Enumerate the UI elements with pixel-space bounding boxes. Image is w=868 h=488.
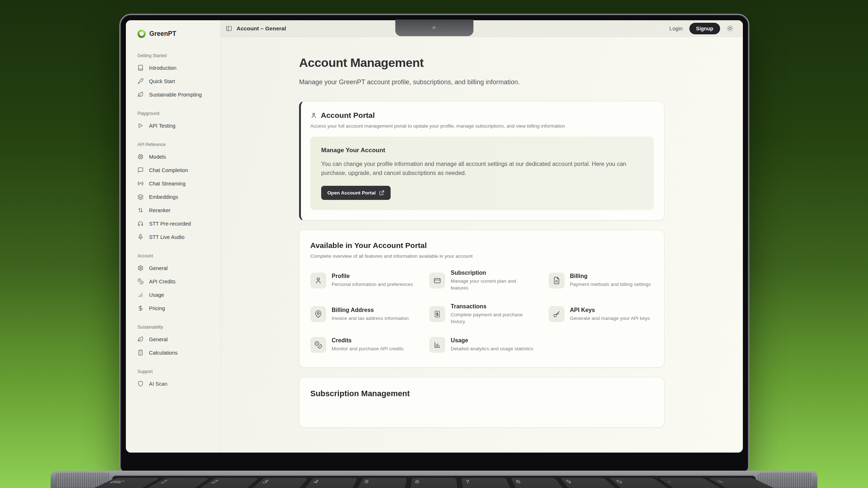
coins-icon xyxy=(310,337,326,353)
account-portal-card: Account Portal Access your full account … xyxy=(299,101,664,221)
laptop-screen: GreenPT Getting Started Introduction Qui… xyxy=(119,14,749,474)
nav-section-label: Playground xyxy=(137,111,214,116)
nav-section-label: Getting Started xyxy=(137,53,214,58)
sidebar-item-sustainability-general[interactable]: General xyxy=(137,333,214,346)
feature-item-profile: Profile Personal information and prefere… xyxy=(310,270,415,292)
keyboard-key: 5 xyxy=(353,478,407,488)
sidebar-item-api-testing[interactable]: API Testing xyxy=(137,119,214,132)
credit-card-icon xyxy=(429,273,445,288)
topbar: Account – General Login Signup xyxy=(221,20,743,37)
sidebar-item-introduction[interactable]: Introduction xyxy=(137,61,214,74)
dollar-icon xyxy=(137,305,144,311)
sidebar-item-chat-completion[interactable]: Chat Completion xyxy=(137,163,214,177)
topbar-actions: Login Signup xyxy=(669,23,733,34)
features-card: Available in Your Account Portal Complet… xyxy=(299,230,664,368)
page-content: Account Management Manage your GreenPT a… xyxy=(221,37,743,453)
feature-item-transactions: Transactions Complete payment and purcha… xyxy=(429,303,534,325)
sidebar-toggle-icon[interactable] xyxy=(226,25,232,32)
chip-icon xyxy=(137,154,144,160)
feature-item-billing: Billing Payment methods and billing sett… xyxy=(549,270,653,292)
leaf-icon xyxy=(137,336,144,342)
microphone-icon xyxy=(137,234,144,240)
app-window: GreenPT Getting Started Introduction Qui… xyxy=(126,20,743,453)
greenpt-logo-icon xyxy=(137,30,146,38)
sidebar-item-models[interactable]: Models xyxy=(137,150,214,163)
portal-card-title: Account Portal xyxy=(321,111,375,120)
nav-section-getting-started: Getting Started Introduction Quick Start… xyxy=(137,53,214,101)
panel-body: You can change your profile information … xyxy=(321,160,643,178)
rocket-icon xyxy=(137,78,144,84)
sidebar-item-pricing[interactable]: Pricing xyxy=(137,301,214,315)
calculator-icon xyxy=(137,350,144,356)
sidebar-item-reranker[interactable]: Reranker xyxy=(137,204,214,217)
feature-item-billing-address: Billing Address Invoice and tax address … xyxy=(310,303,415,325)
nav-section-playground: Playground API Testing xyxy=(137,111,214,132)
features-grid: Profile Personal information and prefere… xyxy=(310,270,653,353)
nav-section-label: Sustainability xyxy=(137,325,214,330)
nav-section-api-reference: API Reference Models Chat Completion Cha… xyxy=(137,142,214,244)
main-area: Account – General Login Signup Account M… xyxy=(221,20,743,453)
feature-item-subscription: Subscription Manage your current plan an… xyxy=(429,270,534,292)
sidebar-item-api-credits[interactable]: API Credits xyxy=(137,275,214,288)
coins-icon xyxy=(137,278,144,284)
nav-section-label: Account xyxy=(137,253,214,258)
laptop-keyboard: esc1234567890-=tabqwertyuiop[] xyxy=(116,478,752,488)
subscription-card-title: Subscription Management xyxy=(310,389,653,398)
shield-icon xyxy=(137,381,144,387)
user-icon xyxy=(310,112,317,119)
external-link-icon xyxy=(379,190,384,196)
play-icon xyxy=(137,123,144,129)
gear-icon xyxy=(137,265,144,271)
sidebar-item-chat-streaming[interactable]: Chat Streaming xyxy=(137,177,214,190)
page-title: Account Management xyxy=(299,56,664,70)
receipt-icon xyxy=(429,306,445,322)
feature-item-api-keys: API Keys Generate and manage your API ke… xyxy=(549,303,653,325)
sidebar-item-quick-start[interactable]: Quick Start xyxy=(137,74,214,88)
sidebar-item-stt-pre-recorded[interactable]: STT Pre-recorded xyxy=(137,217,214,230)
sidebar-item-embeddings[interactable]: Embeddings xyxy=(137,190,214,204)
webcam-icon xyxy=(433,26,437,30)
signup-button[interactable]: Signup xyxy=(689,23,720,34)
feature-item-credits: Credits Monitor and purchase API credits xyxy=(310,337,415,353)
brand[interactable]: GreenPT xyxy=(137,30,214,38)
features-card-subtitle: Complete overview of all features and in… xyxy=(310,253,653,259)
sidebar-item-usage[interactable]: Usage xyxy=(137,288,214,301)
sun-theme-toggle-icon[interactable] xyxy=(727,25,733,32)
leaf-icon xyxy=(137,91,144,98)
keyboard-key: 7 xyxy=(461,478,515,488)
sidebar-item-sustainable-prompting[interactable]: Sustainable Prompting xyxy=(137,88,214,101)
broadcast-icon xyxy=(137,180,144,187)
subscription-management-card: Subscription Management xyxy=(299,377,664,428)
sidebar-item-account-general[interactable]: General xyxy=(137,261,214,275)
bar-chart-icon xyxy=(137,292,144,298)
chat-bubble-icon xyxy=(137,167,144,173)
brand-name: GreenPT xyxy=(149,30,176,38)
page-subtitle: Manage your GreenPT account profile, sub… xyxy=(299,78,664,86)
sidebar-item-ai-scan[interactable]: AI Scan xyxy=(137,377,214,390)
layers-icon xyxy=(137,194,144,200)
nav-section-label: API Reference xyxy=(137,142,214,147)
map-pin-icon xyxy=(310,306,326,322)
login-link[interactable]: Login xyxy=(669,25,683,31)
sidebar: GreenPT Getting Started Introduction Qui… xyxy=(126,20,221,453)
bar-chart-icon xyxy=(429,337,445,353)
headphones-icon xyxy=(137,221,144,227)
manage-account-panel: Manage Your Account You can change your … xyxy=(310,137,654,210)
arrows-up-down-icon xyxy=(137,207,144,213)
book-icon xyxy=(137,65,144,71)
features-card-title: Available in Your Account Portal xyxy=(310,241,653,250)
portal-card-description: Access your full account management port… xyxy=(310,123,654,129)
nav-section-label: Support xyxy=(137,369,214,374)
nav-section-support: Support AI Scan xyxy=(137,369,214,390)
file-text-icon xyxy=(549,273,565,288)
feature-item-usage: Usage Detailed analytics and usage stati… xyxy=(429,337,534,353)
key-icon xyxy=(549,306,565,322)
panel-title: Manage Your Account xyxy=(321,147,643,154)
sidebar-item-calculations[interactable]: Calculations xyxy=(137,346,214,359)
sidebar-item-stt-live-audio[interactable]: STT Live Audio xyxy=(137,230,214,244)
user-icon xyxy=(310,273,326,288)
nav-section-sustainability: Sustainability General Calculations xyxy=(137,325,214,359)
topbar-title: Account – General xyxy=(237,25,286,32)
keyboard-key: 6 xyxy=(409,478,459,488)
open-account-portal-button[interactable]: Open Account Portal xyxy=(321,186,391,200)
